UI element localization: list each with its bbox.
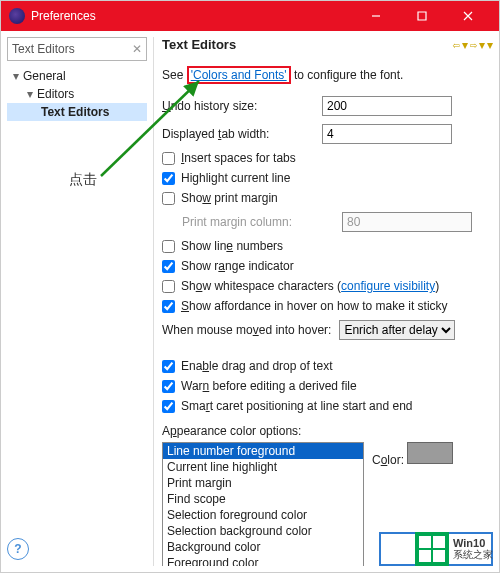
show-affordance-checkbox[interactable] (162, 300, 175, 313)
appearance-item[interactable]: Print margin (163, 475, 363, 491)
show-range-checkbox[interactable] (162, 260, 175, 273)
filter-input[interactable]: Text Editors ✕ (7, 37, 147, 61)
filter-text: Text Editors (12, 42, 75, 56)
show-print-margin-label: Show print margin (181, 191, 278, 205)
appearance-item[interactable]: Find scope (163, 491, 363, 507)
highlight-line-checkbox[interactable] (162, 172, 175, 185)
appearance-label: Appearance color options: (162, 424, 493, 438)
color-label: Color: (372, 453, 404, 467)
sidebar: Text Editors ✕ ▾General ▾Editors Text Ed… (7, 37, 147, 566)
close-button[interactable] (445, 1, 491, 31)
page-nav: ⇦▾ ⇨▾ ▾ (453, 38, 493, 52)
tree-item-text-editors[interactable]: Text Editors (7, 103, 147, 121)
smart-caret-checkbox[interactable] (162, 400, 175, 413)
settings-panel: Text Editors ⇦▾ ⇨▾ ▾ See 'Colors and Fon… (153, 37, 493, 566)
back-button[interactable]: ⇦ (453, 38, 460, 52)
smart-caret-label: Smart caret positioning at line start an… (181, 399, 412, 413)
maximize-button[interactable] (399, 1, 445, 31)
show-whitespace-checkbox[interactable] (162, 280, 175, 293)
tree-item-general[interactable]: ▾General (7, 67, 147, 85)
colors-and-fonts-link[interactable]: 'Colors and Fonts' (191, 68, 287, 82)
show-range-label: Show range indicator (181, 259, 294, 273)
color-swatch-button[interactable] (407, 442, 453, 464)
tab-width-label: Displayed tab width: (162, 127, 312, 141)
hover-mode-label: When mouse moved into hover: (162, 323, 331, 337)
tab-width-input[interactable] (322, 124, 452, 144)
content-area: Text Editors ✕ ▾General ▾Editors Text Ed… (1, 31, 499, 572)
show-print-margin-checkbox[interactable] (162, 192, 175, 205)
show-whitespace-label: Show whitespace characters (configure vi… (181, 279, 439, 293)
color-picker-row: Color: (372, 442, 453, 467)
configure-visibility-link[interactable]: configure visibility (341, 279, 435, 293)
forward-button[interactable]: ⇨ (470, 38, 477, 52)
show-affordance-label: Show affordance in hover on how to make … (181, 299, 448, 313)
show-line-numbers-label: Show line numbers (181, 239, 283, 253)
watermark: Win10系统之家 (415, 532, 493, 566)
appearance-item[interactable]: Line number foreground (163, 443, 363, 459)
app-icon (9, 8, 25, 24)
window-title: Preferences (31, 9, 353, 23)
preferences-tree[interactable]: ▾General ▾Editors Text Editors (7, 67, 147, 121)
enable-drag-label: Enable drag and drop of text (181, 359, 332, 373)
show-line-numbers-checkbox[interactable] (162, 240, 175, 253)
minimize-button[interactable] (353, 1, 399, 31)
help-button[interactable]: ? (7, 538, 29, 560)
insert-spaces-checkbox[interactable] (162, 152, 175, 165)
undo-history-input[interactable] (322, 96, 452, 116)
undo-history-label: Undo history size: (162, 99, 312, 113)
warn-derived-checkbox[interactable] (162, 380, 175, 393)
windows-logo-icon (415, 532, 449, 566)
warn-derived-label: Warn before editing a derived file (181, 379, 357, 393)
print-margin-label: Print margin column: (182, 215, 332, 229)
preferences-window: Preferences Text Editors ✕ ▾General ▾Edi… (0, 0, 500, 573)
see-also: See 'Colors and Fonts' to configure the … (162, 68, 493, 82)
appearance-item[interactable]: Current line highlight (163, 459, 363, 475)
page-title: Text Editors (162, 37, 453, 52)
tree-item-editors[interactable]: ▾Editors (7, 85, 147, 103)
enable-drag-checkbox[interactable] (162, 360, 175, 373)
clear-filter-icon[interactable]: ✕ (132, 42, 142, 56)
print-margin-input (342, 212, 472, 232)
highlight-line-label: Highlight current line (181, 171, 290, 185)
titlebar[interactable]: Preferences (1, 1, 499, 31)
insert-spaces-label: Insert spaces for tabs (181, 151, 296, 165)
appearance-item[interactable]: Selection foreground color (163, 507, 363, 523)
hover-mode-select[interactable]: Enrich after delay (339, 320, 455, 340)
